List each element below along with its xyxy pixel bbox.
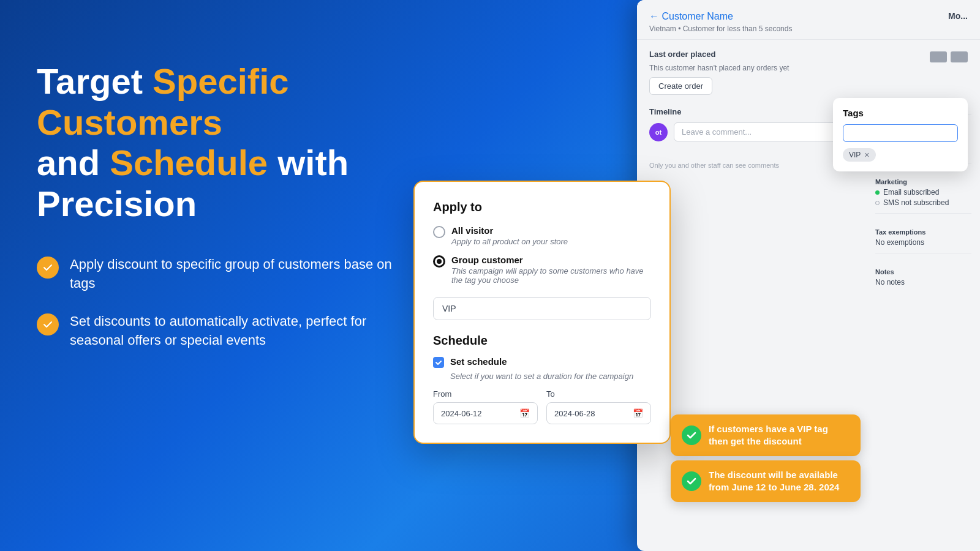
all-visitor-desc: Apply to all product on your store <box>451 237 568 246</box>
customer-subtitle: Vietnam • Customer for less than 5 secon… <box>649 24 968 33</box>
green-dot-icon <box>875 190 880 195</box>
user-avatar: ot <box>649 123 668 141</box>
notification-text-1: If customers have a VIP tag then get the… <box>709 423 850 448</box>
to-date-input[interactable]: 2024-06-28 📅 <box>546 402 651 424</box>
tags-panel-title: Tags <box>843 108 958 118</box>
headline: Target Specific Customers and Schedule w… <box>37 61 417 225</box>
radio-group-outer <box>433 255 445 268</box>
check-icon-1 <box>37 257 59 279</box>
from-label: From <box>433 389 538 399</box>
from-date-field: From 2024-06-12 📅 <box>433 389 538 424</box>
group-customer-label: Group customer <box>451 255 651 265</box>
create-order-button[interactable]: Create order <box>649 77 712 95</box>
tags-panel: Tags VIP × <box>833 98 968 171</box>
schedule-desc: Select if you want to set a duration for… <box>450 372 651 381</box>
headline-middle: and <box>37 143 110 182</box>
set-schedule-row: Set schedule <box>433 356 651 368</box>
group-customer-desc: This campaign will apply to some custome… <box>451 266 651 285</box>
check-icon-2 <box>37 313 59 335</box>
tag-input-display[interactable]: VIP <box>433 297 651 320</box>
option-all-visitor[interactable]: All visitor Apply to all product on your… <box>433 225 651 246</box>
last-order-section: Last order placed This customer hasn't p… <box>649 50 968 95</box>
notes-value: No notes <box>875 278 971 287</box>
more-button[interactable]: Mo... <box>948 11 968 21</box>
calendar-to-icon: 📅 <box>633 408 643 418</box>
notif-check-icon-1 <box>682 425 701 445</box>
notes-label: Notes <box>875 268 971 276</box>
schedule-checkbox[interactable] <box>433 357 444 368</box>
headline-highlight2: Schedule <box>110 143 268 182</box>
marketing-label: Marketing <box>875 178 971 186</box>
tax-label: Tax exemptions <box>875 228 971 236</box>
schedule-title: Schedule <box>433 334 651 348</box>
feature-item-2: Set discounts to automatically activate,… <box>37 312 417 350</box>
to-label: To <box>546 389 651 399</box>
tags-input-field[interactable] <box>843 124 958 142</box>
back-link[interactable]: ← Customer Name <box>649 11 733 22</box>
no-orders-text: This customer hasn't placed any orders y… <box>649 64 968 72</box>
feature-text-2: Set discounts to automatically activate,… <box>70 312 417 350</box>
sms-text: SMS not subscribed <box>883 198 949 207</box>
radio-group-inner <box>437 259 442 264</box>
all-visitor-label: All visitor <box>451 225 568 236</box>
vip-tag: VIP × <box>843 148 876 162</box>
customer-nav: ← Customer Name <box>649 11 968 22</box>
empty-dot-icon <box>875 201 880 205</box>
option-group-content: Group customer This campaign will apply … <box>451 255 651 285</box>
feature-item-1: Apply discount to specific group of cust… <box>37 255 417 293</box>
email-marketing: Email subscribed <box>875 188 971 197</box>
customer-panel-header: ← Customer Name Vietnam • Customer for l… <box>637 0 980 40</box>
email-subscribed-text: Email subscribed <box>883 188 939 197</box>
vip-tag-label: VIP <box>849 151 861 159</box>
left-section: Target Specific Customers and Schedule w… <box>37 61 417 350</box>
apply-modal: Apply to All visitor Apply to all produc… <box>413 181 671 444</box>
feature-text-1: Apply discount to specific group of cust… <box>70 255 417 293</box>
notification-text-2: The discount will be available from June… <box>709 469 850 494</box>
radio-all-outer <box>433 226 445 238</box>
tax-value: No exemptions <box>875 238 971 247</box>
calendar-from-icon: 📅 <box>519 408 530 418</box>
date-range-row: From 2024-06-12 📅 To 2024-06-28 📅 <box>433 389 651 424</box>
apply-to-title: Apply to <box>433 200 651 214</box>
to-date-field: To 2024-06-28 📅 <box>546 389 651 424</box>
last-order-title: Last order placed <box>649 50 715 59</box>
apply-options: All visitor Apply to all product on your… <box>433 225 651 285</box>
features-list: Apply discount to specific group of cust… <box>37 255 417 350</box>
option-group-customer[interactable]: Group customer This campaign will apply … <box>433 255 651 285</box>
notification-card-1: If customers have a VIP tag then get the… <box>671 414 861 457</box>
headline-prefix: Target <box>37 61 153 101</box>
option-all-content: All visitor Apply to all product on your… <box>451 225 568 246</box>
remove-tag-button[interactable]: × <box>864 150 869 160</box>
notification-card-2: The discount will be available from June… <box>671 460 861 503</box>
from-date-input[interactable]: 2024-06-12 📅 <box>433 402 538 424</box>
sms-marketing: SMS not subscribed <box>875 198 971 207</box>
set-schedule-label: Set schedule <box>450 356 507 367</box>
notif-check-icon-2 <box>682 471 701 491</box>
